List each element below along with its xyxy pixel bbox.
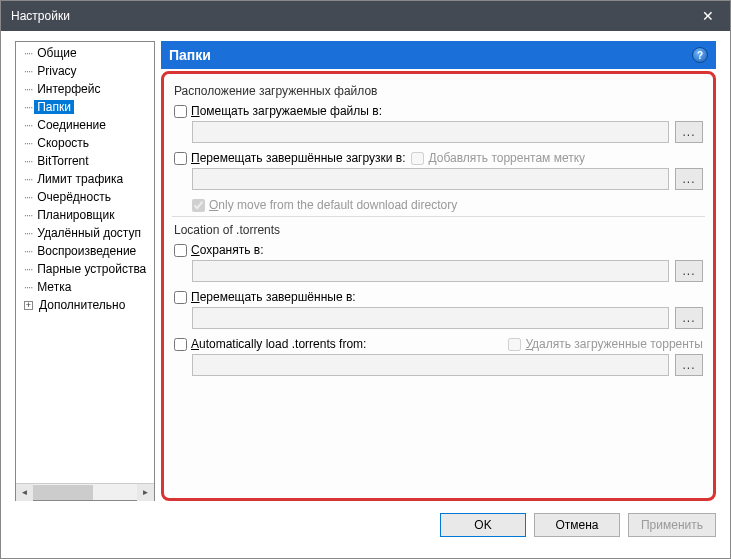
tree-item[interactable]: ····Скорость [18,134,154,152]
tree-item[interactable]: ····Соединение [18,116,154,134]
delete-loaded-label: Удалять загруженные торренты [525,337,703,351]
put-downloads-label: Помещать загружаемые файлы в: [191,104,382,118]
page-header: Папки ? [161,41,716,69]
autoload-torrents-label: Automatically load .torrents from: [191,337,366,351]
folders-settings-panel: Расположение загруженных файлов Помещать… [161,71,716,501]
save-torrents-path-input[interactable] [192,260,669,282]
autoload-torrents-checkbox[interactable] [174,338,187,351]
append-label-label: Добавлять торрентам метку [428,151,585,165]
save-torrents-browse-button[interactable]: ... [675,260,703,282]
tree-branch-icon: ···· [24,137,32,149]
group-download-location-title: Расположение загруженных файлов [174,84,703,98]
tree-item-label: BitTorrent [34,154,91,168]
tree-branch-icon: ···· [24,101,32,113]
tree-item-label: Общие [34,46,79,60]
only-move-default-checkbox [192,199,205,212]
move-completed-label: Перемещать завершённые загрузки в: [191,151,405,165]
tree-branch-icon: ···· [24,263,32,275]
tree-item[interactable]: ····Общие [18,44,154,62]
tree-item-label: Метка [34,280,74,294]
tree-item-label: Лимит трафика [34,172,126,186]
only-move-default-label: Only move from the default download dire… [209,198,457,212]
move-torrents-browse-button[interactable]: ... [675,307,703,329]
page-title: Папки [169,47,211,63]
tree-branch-icon: ···· [24,155,32,167]
move-completed-checkbox[interactable] [174,152,187,165]
scroll-left-arrow-icon[interactable]: ◄ [16,484,33,501]
tree-item[interactable]: ····Метка [18,278,154,296]
tree-item[interactable]: ····Планировщик [18,206,154,224]
titlebar: Настройки ✕ [1,1,730,31]
tree-item[interactable]: ····Воспроизведение [18,242,154,260]
tree-branch-icon: ···· [24,245,32,257]
tree-item[interactable]: ····Интерфейс [18,80,154,98]
tree-item-label: Папки [34,100,74,114]
tree-item-label: Дополнительно [36,298,128,312]
move-torrents-checkbox[interactable] [174,291,187,304]
close-icon: ✕ [702,8,714,24]
save-torrents-checkbox[interactable] [174,244,187,257]
tree-item-label: Планировщик [34,208,117,222]
dialog-button-bar: OK Отмена Применить [15,513,716,537]
tree-item-label: Воспроизведение [34,244,139,258]
autoload-torrents-browse-button[interactable]: ... [675,354,703,376]
apply-button[interactable]: Применить [628,513,716,537]
save-torrents-label: Сохранять в: [191,243,263,257]
autoload-torrents-path-input[interactable] [192,354,669,376]
scroll-right-arrow-icon[interactable]: ► [137,484,154,501]
group-separator [172,216,705,217]
ok-button[interactable]: OK [440,513,526,537]
tree-item[interactable]: ····Папки [18,98,154,116]
tree-branch-icon: ···· [24,47,32,59]
tree-item-label: Удалённый доступ [34,226,144,240]
tree-branch-icon: ···· [24,173,32,185]
put-downloads-checkbox[interactable] [174,105,187,118]
tree-item[interactable]: ····BitTorrent [18,152,154,170]
tree-item[interactable]: ····Privacy [18,62,154,80]
tree-branch-icon: ···· [24,227,32,239]
delete-loaded-checkbox [508,338,521,351]
tree-item-label: Очерёдность [34,190,114,204]
tree-item[interactable]: ····Очерёдность [18,188,154,206]
tree-item-label: Соединение [34,118,109,132]
move-torrents-label: Перемещать завершённые в: [191,290,356,304]
tree-item-label: Интерфейс [34,82,103,96]
tree-branch-icon: ···· [24,191,32,203]
tree-branch-icon: ···· [24,83,32,95]
tree-horizontal-scrollbar[interactable]: ◄ ► [16,483,154,500]
move-completed-browse-button[interactable]: ... [675,168,703,190]
move-torrents-path-input[interactable] [192,307,669,329]
tree-item[interactable]: +Дополнительно [18,296,154,314]
tree-item[interactable]: ····Лимит трафика [18,170,154,188]
put-downloads-browse-button[interactable]: ... [675,121,703,143]
tree-expand-icon[interactable]: + [24,301,33,310]
category-tree: ····Общие····Privacy····Интерфейс····Пап… [15,41,155,501]
tree-item[interactable]: ····Парные устройства [18,260,154,278]
tree-branch-icon: ···· [24,209,32,221]
put-downloads-path-input[interactable] [192,121,669,143]
tree-item-label: Парные устройства [34,262,149,276]
tree-item[interactable]: ····Удалённый доступ [18,224,154,242]
tree-branch-icon: ···· [24,119,32,131]
help-icon[interactable]: ? [692,47,708,63]
tree-item-label: Скорость [34,136,92,150]
tree-item-label: Privacy [34,64,79,78]
tree-branch-icon: ···· [24,281,32,293]
move-completed-path-input[interactable] [192,168,669,190]
cancel-button[interactable]: Отмена [534,513,620,537]
group-torrents-location-title: Location of .torrents [174,223,703,237]
append-label-checkbox [411,152,424,165]
close-button[interactable]: ✕ [685,1,730,31]
scroll-thumb[interactable] [33,485,93,500]
window-title: Настройки [11,9,70,23]
tree-branch-icon: ···· [24,65,32,77]
